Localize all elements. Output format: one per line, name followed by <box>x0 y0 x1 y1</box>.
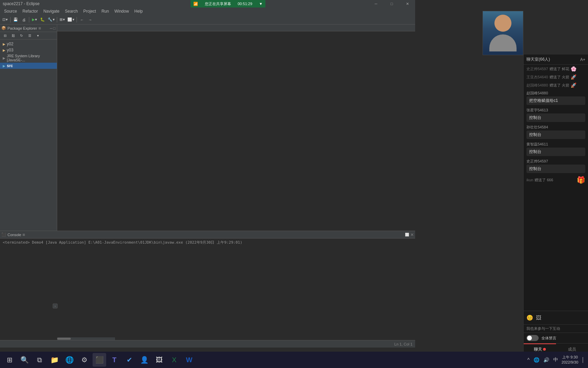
teams-btn[interactable]: T <box>108 353 121 367</box>
status-bar: Ln 1, Col 1 <box>0 340 415 348</box>
pe-dropdown-btn[interactable]: ▾ <box>34 32 42 40</box>
pe-item-jre[interactable]: ▶ JRE System Library [JavaSE-... <box>0 53 57 63</box>
pe-maximize-icon[interactable]: □ <box>53 26 55 30</box>
menu-run[interactable]: Run <box>99 8 112 14</box>
chat-actions: 😊 🖼 <box>524 311 588 324</box>
folder-icon-y02: ▶ <box>3 42 5 46</box>
pe-item-y03[interactable]: ▶ y03 <box>0 47 57 53</box>
camera-preview <box>483 11 523 55</box>
pe-item-y03-label: y03 <box>7 48 13 52</box>
clock[interactable]: 上午 9:30 2022/9/30 <box>561 355 578 365</box>
todo-btn[interactable]: ✔ <box>122 353 136 367</box>
taskview-btn[interactable]: ⧉ <box>33 353 46 367</box>
input-method[interactable]: 中 <box>553 356 559 364</box>
menu-window[interactable]: Window <box>112 8 132 14</box>
chat-action-1: 赠送了 鲜花 <box>550 66 569 72</box>
expand-tray-btn[interactable]: ^ <box>527 356 530 363</box>
dropdown-arrow: ▾ <box>6 17 8 22</box>
chat-action-2: 赠送了 火箭 <box>550 75 569 80</box>
win-icon: ⬜ <box>67 17 72 22</box>
settings-btn[interactable]: ⚙ <box>78 353 91 367</box>
show-desktop-btn[interactable]: │ <box>581 356 585 363</box>
chat-fontsize-btn[interactable]: A+ <box>580 57 585 62</box>
taskbar-right: ^ 🌐 🔊 中 上午 9:30 2022/9/30 │ <box>527 355 585 365</box>
toolbar-back-btn[interactable]: ← <box>78 16 86 24</box>
pe-link-btn[interactable]: ⛓ <box>10 32 17 40</box>
image-button[interactable]: 🖼 <box>536 315 541 321</box>
chat-bubble-6: 控制台 <box>526 131 585 139</box>
pe-icon: 📦 <box>1 26 6 30</box>
status-right: Ln 1, Col 1 <box>394 342 412 346</box>
interaction-label: 我也来参与一下互动 <box>526 326 560 331</box>
bottom-scroll-area <box>57 337 115 340</box>
terminal-btn[interactable]: ⬛ <box>93 353 106 367</box>
pe-expand-btn[interactable]: › <box>53 304 58 308</box>
pe-item-y02-label: y02 <box>7 42 13 46</box>
console-close-btn[interactable]: ✕ <box>410 232 414 237</box>
pe-menu-btn[interactable]: ☰ <box>26 32 33 40</box>
dropdown-arrow3: ▾ <box>53 17 55 22</box>
chat-gift-row-9: ikun 赠送了 666 🎁 <box>526 176 585 184</box>
menu-refactor[interactable]: Refactor <box>20 8 40 14</box>
gift-icon-1: 🌸 <box>571 66 576 72</box>
pe-collapse-all-btn[interactable]: ⊟ <box>1 32 9 40</box>
volume-icon[interactable]: 🔊 <box>543 356 550 363</box>
signal-icon: 📶 <box>193 2 198 6</box>
chat-msg-block-8: 史正烨54597 控制台 <box>526 159 585 173</box>
menu-help[interactable]: Help <box>132 8 146 14</box>
edge-btn[interactable]: 🌐 <box>63 353 76 367</box>
word-btn[interactable]: W <box>182 353 196 367</box>
pe-sync-btn[interactable]: ↻ <box>18 32 25 40</box>
console-icon: ⬛ <box>1 232 6 237</box>
toolbar-sep-2 <box>29 17 29 22</box>
mute-toggle[interactable] <box>526 335 539 341</box>
toolbar-save-btn[interactable]: 💾 <box>12 16 19 24</box>
dropdown-arrow5: ▾ <box>72 17 75 22</box>
toolbar-print-btn[interactable]: 🖨 <box>20 16 28 24</box>
excel-btn[interactable]: X <box>167 353 181 367</box>
title-bar-controls: ─ □ ✕ <box>368 0 415 7</box>
file-explorer-btn[interactable]: 📁 <box>48 353 61 367</box>
person-btn[interactable]: 👤 <box>137 353 151 367</box>
menu-project[interactable]: Project <box>81 8 99 14</box>
photos-btn[interactable]: 🖼 <box>152 353 166 367</box>
pe-content: ▶ y02 ▶ y03 ▶ JRE System Library [JavaSE… <box>0 40 57 70</box>
menu-search[interactable]: Search <box>62 8 81 14</box>
src-icon: ▶ <box>3 64 5 68</box>
pe-close-icon: ⊠ <box>38 27 41 30</box>
sharing-bar: 📶 您正在共享屏幕 00:51:29 ▼ <box>191 0 265 7</box>
toolbar-forward-btn[interactable]: → <box>86 16 94 24</box>
minimize-button[interactable]: ─ <box>368 0 384 7</box>
pe-item-src[interactable]: ▶ src <box>0 63 57 69</box>
console-message: <terminated> Demo4 [Java Application] E:… <box>3 240 242 245</box>
chat-user-1: 史正烨54597 <box>526 66 548 72</box>
ext-icon: 🔧 <box>48 17 52 22</box>
toolbar-window-btn[interactable]: ⬜▾ <box>67 16 75 24</box>
console-clear-btn[interactable]: ⬜ <box>405 233 409 236</box>
console-title: Console <box>7 233 21 237</box>
sharing-timer: 00:51:29 <box>238 2 252 6</box>
folder-icon-y03: ▶ <box>3 48 5 52</box>
emoji-button[interactable]: 😊 <box>526 315 533 321</box>
camera-body <box>489 34 517 51</box>
chat-user-2: 王亚杰54640 <box>526 75 548 80</box>
toolbar-exttools-btn[interactable]: 🔧▾ <box>47 16 55 24</box>
console-header: ⬛ Console ⊠ ⬜ ✕ <box>0 231 415 239</box>
maximize-button[interactable]: □ <box>384 0 399 7</box>
toolbar-new-btn[interactable]: ⊡▾ <box>1 16 9 24</box>
start-btn[interactable]: ⊞ <box>3 353 16 367</box>
toolbar-perspective-btn[interactable]: ⊞▾ <box>59 16 66 24</box>
search-btn[interactable]: 🔍 <box>18 353 31 367</box>
close-button[interactable]: ✕ <box>399 0 415 7</box>
menu-navigate[interactable]: Navigate <box>40 8 62 14</box>
chat-msg-block-7: 黄智蕊54611 控制台 <box>526 142 585 156</box>
toolbar-run-btn[interactable]: ▶▾ <box>31 16 38 24</box>
toolbar-debug-btn[interactable]: 🐛 <box>39 16 46 24</box>
menu-source[interactable]: Source <box>1 8 20 14</box>
pe-minimize-icon[interactable]: ─ <box>50 26 53 30</box>
sharing-chevron[interactable]: ▼ <box>259 2 263 6</box>
dropdown-arrow4: ▾ <box>63 17 65 22</box>
pe-item-y02[interactable]: ▶ y02 <box>0 41 57 47</box>
chat-user-6: 孙壮壮54584 <box>526 125 585 130</box>
network-icon[interactable]: 🌐 <box>533 356 540 363</box>
